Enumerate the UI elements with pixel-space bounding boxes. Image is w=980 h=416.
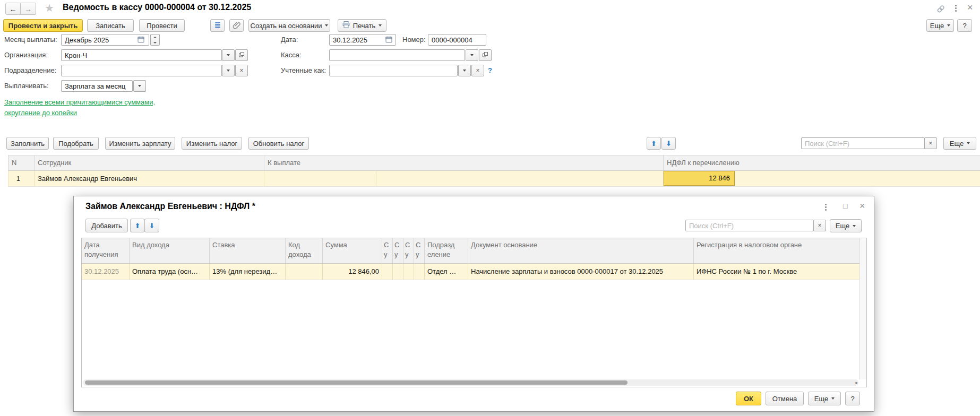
accounted-as-dropdown-button[interactable] bbox=[458, 65, 471, 76]
cell-deduction-4[interactable] bbox=[414, 264, 425, 280]
fill-all-amounts-link[interactable]: Заполнение всеми причитающимися суммами,… bbox=[4, 97, 189, 118]
accounted-as-help-link[interactable]: ? bbox=[488, 65, 492, 76]
dialog-more-button[interactable]: Еще bbox=[808, 392, 841, 405]
cell-income-code[interactable] bbox=[286, 264, 323, 280]
accounted-as-input[interactable] bbox=[329, 65, 458, 76]
add-row-button[interactable]: Добавить bbox=[85, 219, 128, 232]
cell-employee[interactable]: Займов Александр Евгеньевич bbox=[35, 171, 264, 186]
fill-button[interactable]: Заполнить bbox=[6, 137, 49, 150]
cashbox-open-button[interactable] bbox=[479, 49, 492, 61]
pick-button[interactable]: Подобрать bbox=[53, 137, 99, 150]
header-ndfl: НДФЛ к перечислению bbox=[664, 155, 980, 170]
vertical-scrollbar[interactable] bbox=[859, 238, 866, 379]
employee-table-row[interactable]: 1 Займов Александр Евгеньевич 12 846 bbox=[8, 171, 980, 187]
post-and-close-button[interactable]: Провести и закрыть bbox=[3, 19, 83, 32]
table-more-button[interactable]: Еще bbox=[943, 137, 976, 150]
month-input[interactable] bbox=[61, 34, 149, 46]
cashbox-dropdown-button[interactable] bbox=[466, 49, 478, 61]
header-amount: Сумма bbox=[323, 238, 382, 263]
clear-icon: × bbox=[929, 140, 932, 147]
dropdown-arrow-icon bbox=[463, 70, 466, 72]
pay-what-label: Выплачивать: bbox=[4, 80, 49, 92]
month-stepper[interactable] bbox=[150, 34, 160, 46]
dialog-search-input[interactable] bbox=[685, 220, 814, 231]
print-button[interactable]: Печать bbox=[338, 19, 386, 32]
change-tax-button[interactable]: Изменить налог bbox=[182, 137, 242, 150]
dropdown-arrow-icon bbox=[470, 54, 474, 56]
dialog-maximize-icon[interactable]: □ bbox=[843, 202, 847, 210]
dialog-search-clear-button[interactable]: × bbox=[813, 220, 826, 231]
ndfl-table-row[interactable]: 30.12.2025 Оплата труда (осн… 13% (для н… bbox=[82, 264, 866, 280]
window-menu-kebab-icon[interactable] bbox=[955, 5, 957, 12]
get-link-icon[interactable] bbox=[936, 5, 945, 15]
cell-base-document[interactable]: Начисление зарплаты и взносов 0000-00001… bbox=[468, 264, 694, 280]
cell-ndfl[interactable]: 12 846 bbox=[664, 171, 980, 186]
update-tax-button[interactable]: Обновить налог bbox=[248, 137, 309, 150]
clear-icon: × bbox=[476, 67, 479, 74]
cell-receive-date[interactable]: 30.12.2025 bbox=[82, 264, 130, 280]
pay-what-input[interactable] bbox=[61, 80, 133, 92]
cell-deduction-2[interactable] bbox=[393, 264, 403, 280]
number-input[interactable] bbox=[428, 34, 486, 46]
toolbar-more-button[interactable]: Еще bbox=[926, 19, 954, 32]
department-clear-button[interactable]: × bbox=[235, 65, 248, 76]
cell-num[interactable]: 1 bbox=[8, 171, 35, 186]
table-search-input[interactable] bbox=[801, 137, 925, 149]
window-close-icon[interactable]: × bbox=[967, 2, 973, 13]
write-button[interactable]: Записать bbox=[87, 19, 134, 32]
dialog-help-button[interactable]: ? bbox=[845, 392, 860, 405]
post-button[interactable]: Провести bbox=[139, 19, 185, 32]
department-input[interactable] bbox=[61, 65, 222, 76]
cancel-button[interactable]: Отмена bbox=[766, 392, 804, 405]
ndfl-selected-cell[interactable]: 12 846 bbox=[664, 171, 735, 186]
cell-rate[interactable]: 13% (для нерезид… bbox=[210, 264, 286, 280]
cell-deduction-3[interactable] bbox=[403, 264, 414, 280]
change-salary-button[interactable]: Изменить зарплату bbox=[105, 137, 175, 150]
create-on-base-label: Создать на основании bbox=[251, 22, 322, 30]
header-rate: Ставка bbox=[210, 238, 286, 263]
cell-department[interactable]: Отдел … bbox=[425, 264, 468, 280]
month-label: Месяц выплаты: bbox=[4, 34, 57, 46]
dialog-move-down-button[interactable]: ⬇ bbox=[144, 219, 159, 232]
cell-tax-registration[interactable]: ИФНС России № 1 по г. Москве bbox=[694, 264, 860, 280]
ndfl-table: Дата получения Вид дохода Ставка Код дох… bbox=[81, 238, 867, 387]
dialog-move-up-button[interactable]: ⬆ bbox=[130, 219, 145, 232]
number-label: Номер: bbox=[402, 34, 426, 46]
dialog-close-icon[interactable]: × bbox=[859, 201, 865, 212]
organization-dropdown-button[interactable] bbox=[222, 49, 235, 61]
department-dropdown-button[interactable] bbox=[222, 65, 235, 76]
favorite-star-icon[interactable]: ★ bbox=[45, 2, 54, 14]
scroll-right-icon[interactable]: ▸ bbox=[855, 379, 858, 386]
ok-button[interactable]: ОК bbox=[736, 392, 761, 405]
printer-icon bbox=[342, 21, 350, 30]
create-on-base-button[interactable]: Создать на основании bbox=[248, 19, 330, 32]
open-form-icon bbox=[239, 51, 244, 59]
organization-input[interactable] bbox=[61, 49, 222, 61]
horizontal-scrollbar[interactable]: ▸ bbox=[83, 379, 858, 386]
organization-open-button[interactable] bbox=[235, 49, 248, 61]
move-up-button[interactable]: ⬆ bbox=[647, 137, 661, 150]
forward-button[interactable]: → bbox=[21, 3, 36, 15]
dialog-list-more-button[interactable]: Еще bbox=[830, 219, 862, 232]
document-movements-button[interactable] bbox=[210, 19, 225, 32]
cashbox-input[interactable] bbox=[329, 49, 465, 61]
cell-to-pay[interactable] bbox=[264, 171, 664, 186]
cashbox-label: Касса: bbox=[281, 49, 302, 61]
help-button[interactable]: ? bbox=[957, 19, 972, 32]
cell-deduction-1[interactable] bbox=[382, 264, 393, 280]
dialog-menu-kebab-icon[interactable] bbox=[825, 204, 827, 211]
table-search-clear-button[interactable]: × bbox=[924, 137, 937, 149]
more-label: Еще bbox=[836, 222, 849, 230]
ndfl-table-header: Дата получения Вид дохода Ставка Код дох… bbox=[82, 238, 866, 264]
calendar-icon[interactable] bbox=[137, 36, 144, 45]
calendar-icon[interactable] bbox=[385, 36, 392, 45]
move-down-button[interactable]: ⬇ bbox=[661, 137, 676, 150]
header-receive-date: Дата получения bbox=[82, 238, 130, 263]
accounted-as-clear-button[interactable]: × bbox=[471, 65, 484, 76]
attachments-button[interactable] bbox=[229, 19, 244, 32]
pay-what-dropdown-button[interactable] bbox=[133, 80, 146, 92]
cell-income-kind[interactable]: Оплата труда (осн… bbox=[130, 264, 210, 280]
cell-amount[interactable]: 12 846,00 bbox=[323, 264, 382, 280]
scrollbar-thumb[interactable] bbox=[85, 380, 627, 385]
back-button[interactable]: ← bbox=[5, 3, 21, 15]
